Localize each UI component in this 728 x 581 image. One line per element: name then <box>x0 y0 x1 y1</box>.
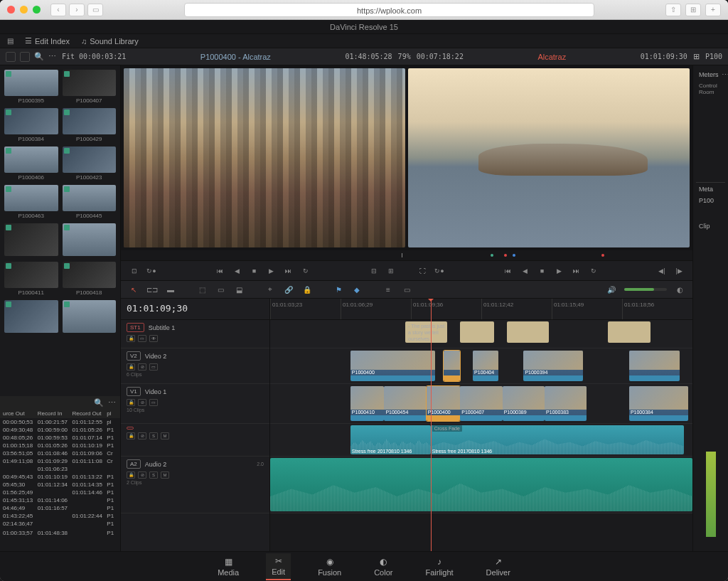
loop-icon[interactable]: ↻● <box>145 265 158 277</box>
video-clip[interactable]: P1000384 <box>629 386 688 421</box>
track-st1[interactable]: - The past is just a story we tell ourse… <box>270 320 692 348</box>
video-clip[interactable]: P100404 <box>473 351 498 381</box>
arrow-tool-icon[interactable]: ↖ <box>128 284 139 294</box>
overwrite-icon[interactable]: ⊟ <box>368 265 380 277</box>
edit-index-row[interactable]: 00:00:50;5301:00:21:5701:01:12:55pl <box>0 418 120 426</box>
media-thumbnail[interactable] <box>4 223 58 257</box>
disable-icon[interactable]: ⊘ <box>138 399 146 406</box>
clip-prev-icon[interactable]: ◀| <box>655 265 668 277</box>
loop-button-2[interactable]: ↻ <box>587 265 600 277</box>
play-button[interactable]: ▶ <box>265 265 278 277</box>
disable-icon[interactable]: ⊘ <box>138 363 146 371</box>
marker-icon[interactable]: ◆ <box>351 284 363 294</box>
lock-icon[interactable]: 🔒 <box>127 363 135 371</box>
add-button[interactable]: + <box>705 4 721 16</box>
media-thumbnail[interactable]: P1000395 <box>4 70 58 104</box>
link-icon[interactable]: 🔗 <box>283 284 294 294</box>
sound-library-button[interactable]: ♫Sound Library <box>81 37 139 46</box>
media-thumbnail[interactable] <box>63 223 117 257</box>
audio-clip[interactable] <box>270 458 692 511</box>
search-icon[interactable]: 🔍 <box>34 52 44 61</box>
audio-clip[interactable]: Cross Fade Stress free 20170810 1346 <box>431 425 684 454</box>
tracks-icon[interactable]: ≡ <box>382 284 394 294</box>
flag-icon[interactable]: ⚑ <box>333 284 344 294</box>
edit-index-row[interactable]: 01:45:31;1301:01:14:06P1 <box>0 496 120 504</box>
subtitle-clip[interactable]: - The past is just a story we tell ourse… <box>405 321 447 343</box>
frame-icon[interactable]: ▭ <box>149 363 158 371</box>
media-thumbnail[interactable]: P1000411 <box>4 262 58 296</box>
clip-next-icon[interactable]: |▶ <box>673 265 685 277</box>
frame-icon[interactable]: ▭ <box>149 399 158 406</box>
video-clip[interactable]: P1000407 <box>460 386 502 421</box>
media-thumbnail[interactable]: P1000406 <box>4 146 58 181</box>
media-thumbnail[interactable]: P1000407 <box>63 70 117 104</box>
source-viewer-image[interactable] <box>124 68 405 247</box>
track-head-v2[interactable]: V2Video 2 🔒⊘▭ 6 Clips <box>121 348 269 384</box>
edit-index-row[interactable]: 04:46;4901:01:16:57P1 <box>0 504 120 512</box>
track-head-a1[interactable]: 🔒⊘SM <box>121 424 269 457</box>
first-frame-button[interactable]: ⏮ <box>214 265 227 277</box>
track-head-st1[interactable]: ST1Subtitle 1 🔒▭👁 <box>121 320 269 348</box>
lock-icon[interactable]: 🔒 <box>127 399 135 406</box>
tabs-button[interactable]: ⊞ <box>685 4 701 16</box>
time-ruler[interactable]: 01:01:03;2301:01:06;2901:01:09;3601:01:1… <box>270 299 692 320</box>
track-area[interactable]: 01:01:03;2301:01:06;2901:01:09;3601:01:1… <box>270 299 692 551</box>
video-clip[interactable] <box>444 351 461 381</box>
timeline-viewer-image[interactable] <box>408 68 690 247</box>
dim-icon[interactable]: ◐ <box>674 284 685 294</box>
view-grid-icon[interactable] <box>20 52 30 62</box>
subtitle-clip[interactable] <box>608 321 650 343</box>
video-clip[interactable]: P1000383 <box>545 386 587 421</box>
media-thumbnail[interactable] <box>4 300 58 334</box>
eye-icon[interactable]: 👁 <box>149 335 158 342</box>
edit-index-row[interactable]: 03:56:51;0501:01:08:4601:01:09:06Cr <box>0 449 120 457</box>
timeline-counter[interactable]: 01:01:09;30 <box>121 299 269 320</box>
options-icon[interactable]: ⋯ <box>722 70 728 80</box>
first-frame-button-2[interactable]: ⏮ <box>502 265 515 277</box>
loop2-icon[interactable]: ↻● <box>433 265 446 277</box>
edit-index-row[interactable]: 01:43:22;4501:01:22:44P1 <box>0 512 120 520</box>
edit-index-row[interactable]: 00:49:30;4801:00:59:0001:01:05:26P1 <box>0 426 120 434</box>
sidebar-button[interactable]: ▭ <box>87 4 103 16</box>
disable-icon[interactable]: ⊘ <box>138 471 146 479</box>
stop-button[interactable]: ■ <box>248 265 261 277</box>
lock-icon[interactable]: 🔒 <box>127 335 135 342</box>
audio-clip[interactable]: Stress free 20170810 1346 <box>350 425 431 454</box>
track-v1[interactable]: P1000410P1000454P1000400P1000407P1000389… <box>270 384 692 424</box>
edit-index-row[interactable]: 02:14:36;47P1 <box>0 520 120 528</box>
play-button-2[interactable]: ▶ <box>553 265 566 277</box>
insert-icon[interactable]: ⊞ <box>385 265 397 277</box>
forward-button[interactable]: › <box>69 4 85 16</box>
disable-icon[interactable]: ⊘ <box>138 432 146 439</box>
play-reverse-button[interactable]: ◀ <box>231 265 244 277</box>
edit-index-row[interactable]: 00:48:05;2601:00:59:5301:01:07:14P1 <box>0 434 120 442</box>
view-options-icon[interactable]: ▭ <box>401 284 412 294</box>
tc-options-icon[interactable]: ⊞ <box>693 52 700 61</box>
media-thumbnail[interactable]: P1000423 <box>63 146 117 181</box>
media-thumbnail[interactable]: P1000463 <box>4 185 58 219</box>
loop-button[interactable]: ↻ <box>299 265 312 277</box>
close-icon[interactable] <box>7 6 15 14</box>
options-icon[interactable]: ⋯ <box>108 398 116 407</box>
video-clip[interactable]: P1000389 <box>503 386 545 421</box>
zoom-icon[interactable] <box>33 6 41 14</box>
page-fairlight[interactable]: ♪Fairlight <box>419 554 459 580</box>
track-v2[interactable]: P1000400P100404P1000394 <box>270 348 692 384</box>
video-clip[interactable]: P1000410 <box>350 386 385 421</box>
track-a2[interactable] <box>270 457 692 513</box>
track-a1[interactable]: Stress free 20170810 1346 Cross Fade Str… <box>270 424 692 457</box>
media-thumbnail[interactable]: P1000429 <box>63 108 117 142</box>
search-icon[interactable]: 🔍 <box>94 398 104 407</box>
stop-button-2[interactable]: ■ <box>536 265 549 277</box>
media-thumbnail[interactable]: P1000445 <box>63 185 117 219</box>
view-list-icon[interactable] <box>6 52 16 62</box>
track-head-a2[interactable]: A2Audio 22.0 🔒⊘SM 2 Clips <box>121 457 269 513</box>
media-pool-button[interactable]: ▤ <box>7 37 14 45</box>
solo-button[interactable]: S <box>149 471 158 479</box>
edit-index-button[interactable]: ☰Edit Index <box>25 36 70 46</box>
subtitle-icon[interactable]: ▭ <box>138 335 146 342</box>
edit-index-row[interactable]: 01:49:11;0801:01:09:2901:01:11:08Cr <box>0 457 120 465</box>
media-thumbnail[interactable]: P1000384 <box>4 108 58 142</box>
page-fusion[interactable]: ◉Fusion <box>312 554 347 580</box>
media-thumbnail[interactable]: P1000418 <box>63 262 117 296</box>
